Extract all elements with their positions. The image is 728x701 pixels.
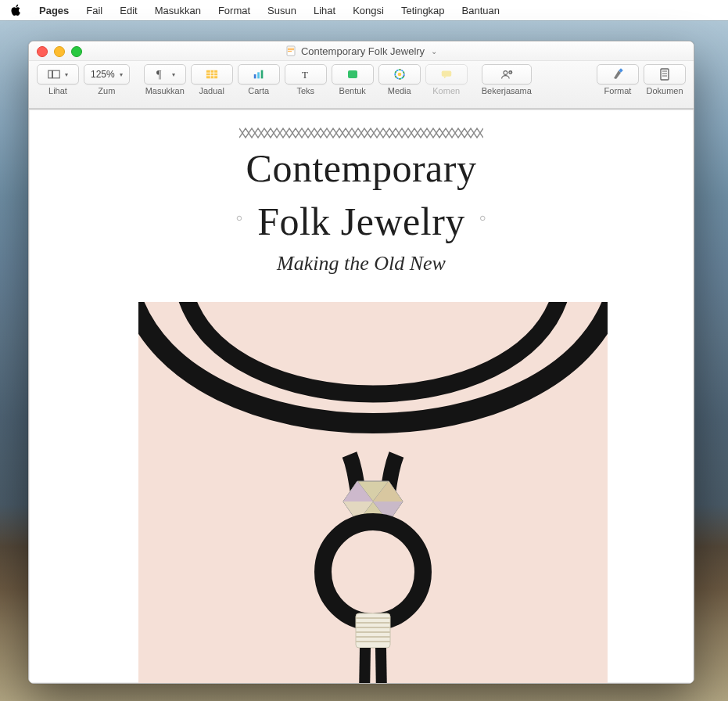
toolbar-dokumen-label: Dokumen xyxy=(646,86,683,95)
svg-rect-5 xyxy=(52,70,59,78)
toolbar-komen[interactable]: Komen xyxy=(425,64,468,95)
zoom-value: 125% xyxy=(91,69,115,80)
toolbar-carta[interactable]: Carta xyxy=(238,64,280,95)
svg-rect-1 xyxy=(288,48,294,49)
pages-window: Contemporary Folk Jewelry ⌄ ▾ Lihat 125%… xyxy=(28,41,694,684)
svg-rect-12 xyxy=(253,74,256,78)
svg-text:¶: ¶ xyxy=(156,69,162,81)
toolbar-bentuk-label: Bentuk xyxy=(339,86,366,95)
traffic-lights xyxy=(37,46,82,57)
document-subtitle[interactable]: Making the Old New xyxy=(29,252,694,275)
menu-bantuan[interactable]: Bantuan xyxy=(454,3,507,18)
chevron-down-icon[interactable]: ⌄ xyxy=(431,47,437,56)
toolbar-bekerjasama-label: Bekerjasama xyxy=(482,86,532,95)
toolbar-jadual-label: Jadual xyxy=(199,86,224,95)
menu-app[interactable]: Pages xyxy=(31,3,77,18)
svg-rect-27 xyxy=(661,69,669,80)
toolbar-masukkan-label: Masukkan xyxy=(145,86,185,95)
menu-masukkan[interactable]: Masukkan xyxy=(147,3,209,18)
menubar: Pages Fail Edit Masukkan Format Susun Li… xyxy=(0,0,728,20)
svg-point-36 xyxy=(323,522,423,622)
toolbar-jadual[interactable]: Jadual xyxy=(191,64,233,95)
svg-rect-14 xyxy=(260,70,263,79)
titlebar[interactable]: Contemporary Folk Jewelry ⌄ xyxy=(29,41,694,61)
apple-menu-icon[interactable] xyxy=(9,3,23,17)
svg-rect-3 xyxy=(288,51,292,52)
svg-rect-7 xyxy=(206,70,217,79)
document-canvas[interactable]: Contemporary ◦ Folk Jewelry ◦ Making the… xyxy=(29,109,694,683)
svg-rect-4 xyxy=(48,70,52,78)
window-title[interactable]: Contemporary Folk Jewelry ⌄ xyxy=(285,45,437,57)
svg-point-17 xyxy=(397,73,401,77)
svg-line-44 xyxy=(364,648,365,683)
svg-text:+: + xyxy=(509,70,511,74)
toolbar-masukkan[interactable]: ¶▾ Masukkan xyxy=(144,64,186,95)
document-image[interactable] xyxy=(138,302,608,683)
menu-kongsi[interactable]: Kongsi xyxy=(345,3,392,18)
chevron-down-icon: ▾ xyxy=(65,71,68,78)
svg-rect-13 xyxy=(257,72,260,78)
toolbar-lihat[interactable]: ▾ Lihat xyxy=(37,64,79,95)
menu-lihat[interactable]: Lihat xyxy=(306,3,343,18)
svg-rect-2 xyxy=(288,49,294,50)
toolbar-carta-label: Carta xyxy=(248,86,269,95)
document-title[interactable]: Contemporary ◦ Folk Jewelry ◦ xyxy=(29,146,694,245)
menu-format[interactable]: Format xyxy=(210,3,258,18)
document-icon xyxy=(285,45,296,56)
toolbar: ▾ Lihat 125%▾ Zum ¶▾ Masukkan Jadual Car… xyxy=(29,61,694,109)
svg-line-45 xyxy=(381,648,382,683)
chevron-down-icon: ▾ xyxy=(120,71,123,78)
toolbar-media[interactable]: Media xyxy=(378,64,421,95)
svg-rect-16 xyxy=(348,70,357,78)
window-title-text: Contemporary Folk Jewelry xyxy=(301,45,425,57)
svg-marker-22 xyxy=(443,77,446,79)
menu-tetingkap[interactable]: Tetingkap xyxy=(393,3,453,18)
svg-text:T: T xyxy=(302,69,308,81)
svg-rect-21 xyxy=(441,71,450,77)
toolbar-format[interactable]: Format xyxy=(597,64,639,95)
document-title-line1: Contemporary xyxy=(29,146,694,192)
necklace-illustration xyxy=(138,302,608,683)
toolbar-teks-label: Teks xyxy=(296,86,314,95)
toolbar-zum-label: Zum xyxy=(98,86,115,95)
toolbar-dokumen[interactable]: Dokumen xyxy=(644,64,686,95)
minimize-button[interactable] xyxy=(54,46,65,57)
menu-edit[interactable]: Edit xyxy=(112,3,145,18)
toolbar-lihat-label: Lihat xyxy=(48,86,67,95)
ornament-dot-left: ◦ xyxy=(235,207,243,231)
toolbar-teks[interactable]: T Teks xyxy=(285,64,327,95)
toolbar-komen-label: Komen xyxy=(432,86,460,95)
document-page[interactable]: Contemporary ◦ Folk Jewelry ◦ Making the… xyxy=(29,110,694,683)
document-title-line2: Folk Jewelry xyxy=(257,199,465,245)
toolbar-bekerjasama[interactable]: + Bekerjasama xyxy=(482,64,532,95)
svg-point-23 xyxy=(504,71,507,75)
toolbar-bentuk[interactable]: Bentuk xyxy=(332,64,374,95)
menu-susun[interactable]: Susun xyxy=(260,3,304,18)
toolbar-format-label: Format xyxy=(604,86,632,95)
zoom-button[interactable] xyxy=(71,46,82,57)
ornament-dot-right: ◦ xyxy=(479,207,487,231)
toolbar-media-label: Media xyxy=(388,86,411,95)
close-button[interactable] xyxy=(37,46,48,57)
ornament-zigzag xyxy=(239,127,483,139)
menu-fail[interactable]: Fail xyxy=(78,3,110,18)
chevron-down-icon: ▾ xyxy=(172,71,175,78)
toolbar-zum[interactable]: 125%▾ Zum xyxy=(84,64,130,95)
